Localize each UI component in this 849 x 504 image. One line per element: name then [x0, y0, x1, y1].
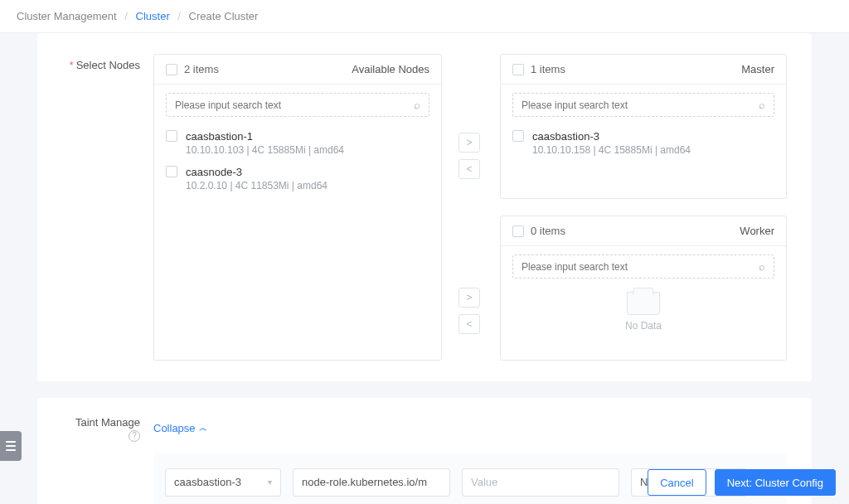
breadcrumb-sep: /: [124, 10, 128, 22]
breadcrumb: Cluster Management / Cluster / Create Cl…: [0, 0, 849, 33]
master-search-input[interactable]: [522, 99, 759, 111]
node-meta: 10.10.10.158 | 4C 15885Mi | amd64: [532, 144, 691, 156]
taint-key-input[interactable]: node-role.kubernetes.io/m: [293, 468, 450, 497]
worker-search-input[interactable]: [522, 261, 759, 273]
empty-inbox-icon: [627, 292, 660, 315]
menu-icon: [6, 441, 16, 451]
taint-value-input[interactable]: Value: [462, 468, 619, 497]
search-icon: ⌕: [759, 99, 765, 111]
master-count: 1 items: [531, 63, 741, 75]
node-meta: 10.10.10.103 | 4C 15885Mi | amd64: [186, 144, 344, 156]
worker-nodes-box: 0 items Worker ⌕: [500, 216, 787, 361]
move-left-worker-button[interactable]: <: [458, 314, 480, 334]
worker-select-all-checkbox[interactable]: [512, 225, 524, 237]
taint-node-select[interactable]: caasbastion-3▾: [165, 468, 281, 497]
node-name: caasbastion-3: [532, 130, 691, 143]
master-search[interactable]: ⌕: [512, 93, 774, 117]
worker-search[interactable]: ⌕: [512, 254, 774, 279]
search-icon: ⌕: [414, 99, 420, 111]
breadcrumb-root: Cluster Management: [17, 10, 117, 22]
available-search-input[interactable]: [175, 99, 414, 111]
taint-manage-label: Taint Manage?: [62, 414, 153, 442]
breadcrumb-cluster-link[interactable]: Cluster: [136, 10, 170, 22]
empty-text: No Data: [501, 320, 786, 332]
select-nodes-panel: *Select Nodes 2 items Available Nodes: [37, 33, 812, 381]
move-left-master-button[interactable]: <: [458, 159, 480, 179]
breadcrumb-sep: /: [177, 10, 181, 22]
master-nodes-box: 1 items Master ⌕: [500, 54, 787, 199]
node-checkbox[interactable]: [512, 130, 524, 142]
worker-role: Worker: [740, 225, 774, 237]
available-nodes-box: 2 items Available Nodes ⌕: [153, 54, 442, 361]
move-right-worker-button[interactable]: >: [458, 288, 480, 308]
breadcrumb-current: Create Cluster: [189, 10, 259, 22]
master-select-all-checkbox[interactable]: [512, 64, 524, 75]
node-meta: 10.2.0.10 | 4C 11853Mi | amd64: [186, 180, 327, 191]
master-role: Master: [741, 63, 774, 75]
next-button[interactable]: Next: Cluster Config: [715, 469, 836, 496]
chevron-down-icon: ▾: [268, 477, 272, 487]
node-name: caasnode-3: [186, 166, 327, 178]
help-icon[interactable]: ?: [129, 430, 140, 442]
node-name: caasbastion-1: [186, 130, 344, 143]
available-select-all-checkbox[interactable]: [166, 64, 177, 75]
available-role: Available Nodes: [352, 63, 429, 75]
side-panel-toggle[interactable]: [0, 431, 22, 461]
node-checkbox[interactable]: [166, 166, 177, 177]
select-nodes-label: *Select Nodes: [62, 54, 153, 71]
available-node-item[interactable]: caasnode-3 10.2.0.10 | 4C 11853Mi | amd6…: [166, 161, 429, 196]
master-node-item[interactable]: caasbastion-3 10.10.10.158 | 4C 15885Mi …: [512, 125, 774, 161]
search-icon: ⌕: [759, 260, 765, 273]
available-node-item[interactable]: caasbastion-1 10.10.10.103 | 4C 15885Mi …: [166, 125, 429, 161]
collapse-toggle[interactable]: Collapse ︽: [153, 422, 207, 434]
footer-actions: Cancel Next: Cluster Config: [648, 469, 836, 496]
worker-count: 0 items: [531, 225, 740, 237]
chevron-up-icon: ︽: [199, 422, 207, 434]
available-search[interactable]: ⌕: [166, 93, 429, 117]
move-right-master-button[interactable]: >: [458, 133, 480, 153]
worker-empty-state: No Data: [501, 284, 786, 346]
node-checkbox[interactable]: [166, 130, 177, 142]
transfer-master-controls: > <: [458, 133, 483, 179]
cancel-button[interactable]: Cancel: [648, 469, 706, 496]
available-count: 2 items: [184, 63, 352, 75]
transfer-worker-controls: > <: [458, 261, 483, 361]
